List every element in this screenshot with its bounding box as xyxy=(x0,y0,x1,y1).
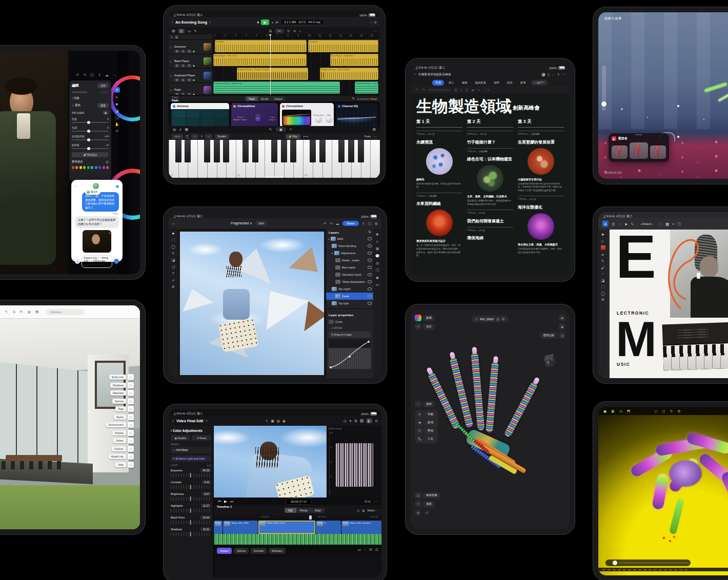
octave-up-button[interactable]: › xyxy=(205,134,212,139)
midi-region[interactable]: Drummer xyxy=(308,40,378,52)
loop-icon[interactable]: ↻ xyxy=(287,29,290,33)
timeline-scrubber[interactable] xyxy=(605,560,691,566)
plugin-power-icon[interactable] xyxy=(338,105,340,108)
playhead-handle[interactable] xyxy=(309,515,312,520)
wb-selector[interactable]: WB 拍攝時 xyxy=(72,111,84,114)
home-icon[interactable]: ⌂ xyxy=(475,317,477,321)
document-title[interactable]: Fragmented ∨ xyxy=(231,221,252,225)
black-key[interactable] xyxy=(358,140,364,162)
back-icon[interactable]: ‹ xyxy=(172,20,173,25)
trash-icon[interactable]: ▭ xyxy=(357,548,361,551)
black-key[interactable] xyxy=(338,140,345,162)
plugin-chromaverb[interactable]: ChromaVerb Decay Time Wet xyxy=(280,103,334,128)
visibility-icon[interactable]: ◉ xyxy=(376,276,379,279)
slider-track[interactable] xyxy=(72,148,109,149)
panel-button[interactable]: Soften ▢ xyxy=(77,438,134,444)
plugin-chromaglow[interactable]: ChromaGlow ModelModern Tube › Drive Styl… xyxy=(231,103,278,128)
slider-ticks[interactable] xyxy=(171,521,211,524)
brush-icon[interactable]: ✎ xyxy=(115,96,118,99)
video-clip[interactable]: S… xyxy=(316,521,341,534)
select-tool-icon[interactable]: ➤ xyxy=(601,233,604,236)
split-icon[interactable]: ⊟ xyxy=(369,548,372,551)
keyboard-type-button[interactable]: ▭ ∨ xyxy=(172,134,183,139)
mic-icon[interactable]: ◍ xyxy=(277,419,280,423)
brush-size-slider[interactable] xyxy=(602,66,606,111)
layer-visibility-icon[interactable] xyxy=(368,266,372,269)
crop-tool-icon[interactable]: ⬚ xyxy=(601,285,605,288)
panel-button[interactable]: Shadows ▢ xyxy=(77,382,134,388)
piano-keyboard[interactable]: C2C3C4 xyxy=(169,140,380,179)
appearance-icon[interactable]: ⚙ xyxy=(559,315,565,321)
layer-visibility-icon[interactable] xyxy=(368,295,372,298)
collapse-icon[interactable]: ⊖ xyxy=(502,317,505,321)
black-key[interactable] xyxy=(242,140,249,162)
layer-visibility-icon[interactable] xyxy=(368,237,372,240)
layer-visibility-icon[interactable] xyxy=(368,280,372,283)
font-selector[interactable] xyxy=(429,89,451,91)
zoom-level[interactable]: 26% xyxy=(255,221,267,226)
pencil-tool-icon[interactable]: ✎ xyxy=(194,29,197,33)
render-icon[interactable]: ◍ xyxy=(28,310,31,314)
panel-button[interactable]: Help ▢ xyxy=(77,462,134,468)
drag-handle[interactable] xyxy=(635,134,642,135)
select-menu[interactable]: Select ··· xyxy=(367,509,378,512)
export-icon[interactable]: ⬒ xyxy=(627,409,631,413)
slider-knob[interactable] xyxy=(87,130,90,133)
timeline-tool-button[interactable]: Multicam xyxy=(269,548,286,554)
pencil-tool-icon[interactable]: ✎ xyxy=(601,259,604,263)
open-icon[interactable]: ⇱ xyxy=(20,310,23,314)
text-tool-icon[interactable]: T xyxy=(172,272,174,275)
region-view-icon[interactable]: ▭ xyxy=(188,29,191,33)
layer-row[interactable]: ▾Edits xyxy=(326,235,373,242)
split-keyboard-icon[interactable]: ◫ xyxy=(186,135,189,138)
automation-status[interactable]: Automation Read xyxy=(357,97,377,100)
palette-icon[interactable] xyxy=(541,73,545,76)
cloud-icon[interactable]: ☁ xyxy=(336,222,339,225)
align-icon[interactable]: ≡ xyxy=(478,88,480,92)
inspector-tabs[interactable]: TrackSendsOutput xyxy=(246,96,286,101)
glide-icon[interactable]: ⟷ xyxy=(303,135,308,138)
play-button[interactable]: ▶ xyxy=(261,19,269,25)
ribbon-tab[interactable]: 版面配置 xyxy=(472,80,490,86)
ribbon-tab[interactable]: 插入 xyxy=(446,80,457,86)
add-mask-button[interactable]: ＋ Add Mask xyxy=(171,447,211,453)
color-swatch[interactable] xyxy=(83,166,86,169)
auto-button[interactable]: 自動 xyxy=(97,83,109,88)
record-icon[interactable]: ◉ xyxy=(282,419,286,423)
color-swatch[interactable] xyxy=(79,166,82,169)
preset-selector[interactable]: ‹ Default › xyxy=(637,221,656,226)
hand-icon[interactable]: ✋ xyxy=(115,122,119,126)
clone-icon[interactable]: ❏ xyxy=(115,116,118,119)
flipbook-frame[interactable] xyxy=(612,146,628,159)
distance-input[interactable]: Distance xyxy=(46,309,84,315)
adjustment-slider[interactable]: 色溫0 xyxy=(72,117,109,123)
more-icon[interactable]: ⋯ xyxy=(113,73,116,77)
tracks-view-icon[interactable]: ▤ xyxy=(172,29,175,33)
fill-tool-icon[interactable]: ◔ xyxy=(602,272,604,276)
robotic-hand-model[interactable] xyxy=(411,330,570,529)
layer-row[interactable]: Curve xyxy=(326,293,373,300)
expand-icon[interactable]: ⊡ xyxy=(375,548,378,551)
midi-icon[interactable]: ▦ xyxy=(185,128,189,131)
swatch-icon[interactable] xyxy=(601,245,605,250)
group-icon[interactable]: ❐ xyxy=(376,268,379,272)
panel-button[interactable]: Tags ▢ xyxy=(77,406,134,412)
workspace-button[interactable]: 建構 xyxy=(415,315,435,321)
back-icon[interactable]: ‹ xyxy=(414,72,416,77)
disable-button[interactable]: ◉ Disable xyxy=(171,435,190,441)
app-icon[interactable]: A xyxy=(602,221,609,227)
quantize-icon[interactable]: ♪ xyxy=(299,29,301,33)
home-icon[interactable]: ⌂ xyxy=(172,222,174,225)
flipbook-frame[interactable] xyxy=(630,142,648,159)
plugin-power-icon[interactable] xyxy=(282,105,285,108)
panel-button[interactable]: Environment ▢ xyxy=(77,422,134,428)
timeline-tool-button[interactable]: Animate xyxy=(251,548,267,554)
controls-icon[interactable]: ◉ xyxy=(276,127,286,132)
crossfade-icon[interactable]: ✂ xyxy=(275,29,284,33)
camera-icon[interactable]: ▣ xyxy=(271,419,274,423)
send-button[interactable]: ↑ xyxy=(114,259,119,264)
zoom-tool-icon[interactable]: ⊕ xyxy=(172,285,175,288)
track-header[interactable]: 1 Drummer MSR xyxy=(169,40,213,54)
redo-icon[interactable]: ↷ xyxy=(330,222,333,225)
light-icons[interactable]: ✦ ∨ xyxy=(207,464,212,467)
